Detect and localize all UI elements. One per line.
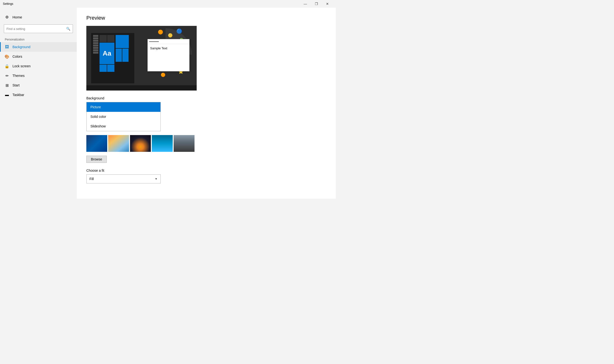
dropdown-option-slideshow[interactable]: Slideshow (87, 121, 160, 131)
start-icon: ⊞ (5, 83, 9, 87)
taskbar-nav-label: Taskbar (13, 93, 24, 97)
lock-screen-nav-label: Lock screen (13, 64, 30, 68)
lock-screen-icon: 🔒 (5, 64, 9, 68)
thumbnail-2[interactable] (108, 135, 129, 152)
dialog-title-line (149, 41, 159, 42)
sidebar-item-colors[interactable]: 🎨 Colors (0, 52, 77, 61)
personalization-label: Personalization (0, 36, 77, 42)
sidebar-item-taskbar[interactable]: ▬ Taskbar (0, 90, 77, 100)
chevron-down-icon: ▼ (155, 177, 158, 181)
colors-nav-label: Colors (13, 55, 22, 58)
colors-icon: 🎨 (5, 54, 9, 59)
maximize-button[interactable]: ❐ (311, 0, 322, 8)
preview-dialog: Sample Text (148, 39, 189, 71)
sidebar-item-themes[interactable]: ✏ Themes (0, 71, 77, 80)
minimize-button[interactable]: — (300, 0, 311, 8)
preview-title: Preview (86, 15, 326, 21)
thumbnail-4[interactable] (152, 135, 173, 152)
dropdown-option-picture[interactable]: Picture (87, 102, 160, 112)
window-title: Settings (3, 2, 300, 5)
thumbnails-row (86, 135, 326, 152)
preview-tiles: Aa (91, 33, 134, 83)
titlebar: Settings — ❐ ✕ (0, 0, 336, 8)
themes-nav-label: Themes (13, 74, 25, 78)
deco-emoji-3: 🟠 (158, 29, 163, 35)
close-button[interactable]: ✕ (322, 0, 333, 8)
sidebar-item-start[interactable]: ⊞ Start (0, 80, 77, 90)
thumbnail-3[interactable] (130, 135, 151, 152)
home-icon: ⚙ (5, 15, 9, 19)
sidebar-item-home[interactable]: ⚙ Home (0, 13, 77, 22)
dropdown-option-solid-color[interactable]: Solid color (87, 112, 160, 121)
main-container: ⚙ Home 🔍 Personalization 🖼 Background 🎨 … (0, 8, 336, 199)
main-content: Preview 🔵 🟡 🟠 🟢 🔴 🟣 ⭐ 💎 🟡 🔵 ⭐ 🟠 (77, 8, 336, 199)
search-input[interactable] (4, 27, 64, 31)
preview-dialog-titlebar (148, 39, 189, 44)
sample-text: Sample Text (150, 46, 167, 50)
fit-dropdown[interactable]: Fill ▼ (86, 174, 161, 183)
preview-dialog-body: Sample Text (148, 44, 189, 52)
choose-fit-label: Choose a fit (86, 169, 326, 172)
background-dropdown[interactable]: Picture Solid color Slideshow (86, 102, 161, 131)
browse-button[interactable]: Browse (86, 156, 107, 163)
search-box[interactable]: 🔍 (4, 25, 73, 33)
sidebar-home-label: Home (13, 15, 22, 19)
start-nav-label: Start (13, 83, 20, 87)
preview-box: 🔵 🟡 🟠 🟢 🔴 🟣 ⭐ 💎 🟡 🔵 ⭐ 🟠 (86, 26, 197, 91)
sidebar: ⚙ Home 🔍 Personalization 🖼 Background 🎨 … (0, 8, 77, 199)
fit-value: Fill (89, 177, 94, 181)
background-icon: 🖼 (5, 45, 9, 49)
deco-emoji-12: 🟠 (161, 73, 166, 77)
background-nav-label: Background (13, 45, 30, 49)
tile-aa: Aa (99, 43, 114, 64)
sidebar-item-lock-screen[interactable]: 🔒 Lock screen (0, 61, 77, 71)
taskbar-icon: ▬ (5, 93, 9, 97)
window-controls: — ❐ ✕ (300, 0, 333, 8)
thumbnail-5[interactable] (174, 135, 195, 152)
themes-icon: ✏ (5, 74, 9, 78)
background-section-label: Background (86, 96, 326, 100)
preview-taskbar (86, 85, 197, 91)
sidebar-item-background[interactable]: 🖼 Background (0, 42, 77, 52)
thumbnail-1[interactable] (86, 135, 107, 152)
search-icon: 🔍 (64, 27, 73, 31)
